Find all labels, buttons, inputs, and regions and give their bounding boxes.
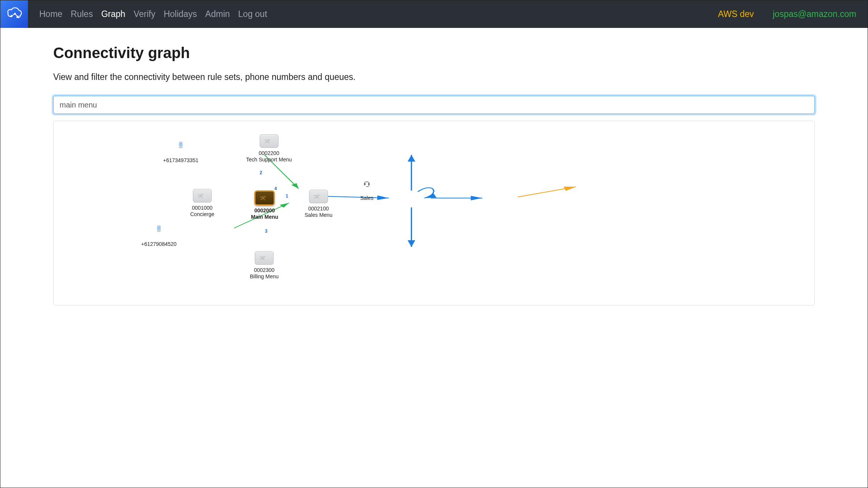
- phone-icon: [151, 220, 166, 239]
- filter-input[interactable]: [53, 96, 815, 114]
- edge-label-2: 2: [260, 170, 262, 175]
- svg-point-12: [180, 147, 181, 147]
- phone-icon: [173, 136, 188, 155]
- edge-label-3: 3: [265, 229, 268, 234]
- node-phone-2[interactable]: +61279084520: [141, 220, 177, 247]
- page-title: Connectivity graph: [53, 45, 815, 61]
- svg-point-23: [368, 183, 369, 186]
- node-id: 0001000: [192, 205, 213, 211]
- page-content: Connectivity graph View and filter the c…: [0, 28, 868, 305]
- node-id: 0002200: [259, 150, 279, 157]
- nav-rules[interactable]: Rules: [71, 9, 93, 19]
- nav-right: AWS dev jospas@amazon.com: [718, 9, 856, 19]
- ruleset-icon: x+y=3: [255, 251, 274, 265]
- svg-line-9: [518, 187, 576, 197]
- node-id: 0002300: [254, 267, 275, 273]
- node-title: Sales: [360, 195, 373, 201]
- ruleset-icon: x+y=3: [309, 190, 328, 203]
- nav-graph[interactable]: Graph: [101, 9, 125, 19]
- nav-home[interactable]: Home: [39, 9, 62, 19]
- svg-text:x+y=3: x+y=3: [198, 193, 203, 196]
- svg-text:x+y=3: x+y=3: [314, 194, 319, 196]
- node-title: Concierge: [190, 211, 214, 218]
- node-title: Tech Support Menu: [246, 157, 292, 163]
- node-sales-menu[interactable]: x+y=3 0002100 Sales Menu: [305, 190, 332, 218]
- environment-label: AWS dev: [718, 9, 754, 19]
- node-title: Sales Menu: [305, 212, 332, 218]
- svg-text:x+y=3: x+y=3: [260, 196, 265, 198]
- nav-holidays[interactable]: Holidays: [164, 9, 197, 19]
- nav-logout[interactable]: Log out: [238, 9, 267, 19]
- node-main-menu[interactable]: x+y=3 0002000 Main Menu: [251, 191, 278, 220]
- node-billing[interactable]: x+y=3 0002300 Billing Menu: [250, 251, 279, 280]
- navbar: Home Rules Graph Verify Holidays Admin L…: [0, 0, 868, 28]
- nav-admin[interactable]: Admin: [205, 9, 230, 19]
- ruleset-icon: x+y=3: [193, 189, 212, 203]
- headset-icon: [359, 174, 374, 193]
- svg-rect-11: [180, 143, 182, 146]
- node-phone-1[interactable]: +61734973351: [163, 136, 199, 164]
- user-email[interactable]: jospas@amazon.com: [773, 9, 857, 19]
- svg-text:x+y=3: x+y=3: [265, 139, 270, 141]
- node-label: +61734973351: [163, 157, 199, 164]
- cloud-graph-icon: [5, 5, 23, 23]
- ruleset-icon: x+y=3: [255, 191, 274, 205]
- node-id: 0002000: [254, 207, 275, 214]
- svg-point-22: [364, 183, 365, 186]
- node-sales-queue[interactable]: Sales: [359, 174, 374, 201]
- node-title: Billing Menu: [250, 273, 279, 280]
- node-tech-support[interactable]: x+y=3 0002200 Tech Support Menu: [246, 134, 292, 163]
- svg-text:x+y=3: x+y=3: [260, 256, 265, 258]
- nav-verify[interactable]: Verify: [134, 9, 155, 19]
- app-logo[interactable]: [0, 0, 28, 28]
- page-subtitle: View and filter the connectivity between…: [53, 72, 815, 82]
- svg-rect-14: [158, 226, 160, 230]
- node-label: +61279084520: [141, 241, 177, 247]
- svg-point-15: [159, 230, 159, 231]
- edge-label-1: 1: [286, 193, 288, 199]
- nav-links: Home Rules Graph Verify Holidays Admin L…: [39, 9, 267, 19]
- node-concierge[interactable]: x+y=3 0001000 Concierge: [190, 189, 214, 218]
- node-title: Main Menu: [251, 214, 278, 220]
- filter-wrap: [53, 96, 815, 114]
- node-id: 0002100: [308, 206, 329, 212]
- ruleset-icon: x+y=3: [260, 134, 279, 148]
- edge-label-4: 4: [274, 186, 277, 191]
- svg-point-24: [366, 186, 368, 187]
- graph-canvas[interactable]: 2 3 1 4 +61734973351 +61279084520 x+y=3 …: [53, 121, 815, 305]
